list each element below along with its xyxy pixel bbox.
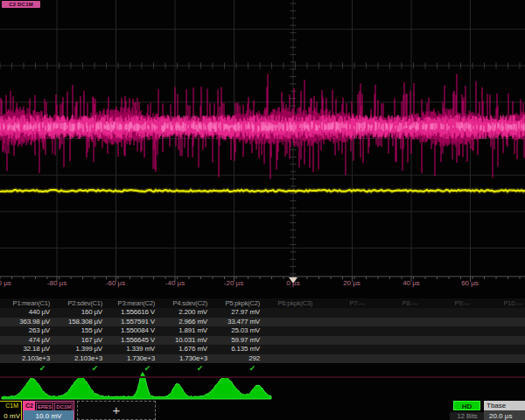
status-check-empty bbox=[315, 363, 368, 374]
time-axis-label: -100 µs bbox=[0, 279, 11, 287]
measurement-value: 25.03 mV bbox=[210, 326, 262, 336]
measurement-value: 59.97 mV bbox=[210, 336, 262, 346]
measurement-header-p1[interactable]: P1:mean(C1) bbox=[0, 298, 52, 308]
measurement-header-p9[interactable]: P9:--- bbox=[420, 298, 472, 308]
timebase-label: Tbase bbox=[484, 401, 525, 410]
measurement-value: 6.135 mV bbox=[210, 345, 262, 354]
measurement-value bbox=[315, 345, 368, 354]
measurement-value bbox=[315, 318, 368, 327]
measurement-value bbox=[368, 308, 420, 318]
measurement-value bbox=[472, 336, 525, 346]
measurement-value bbox=[262, 336, 315, 346]
measurement-value: 10.031 mV bbox=[158, 336, 210, 346]
status-check-icon: ✔ bbox=[0, 363, 52, 374]
time-axis-labels: -100 µs-80 µs-60 µs-40 µs-20 µs0 µs20 µs… bbox=[0, 279, 525, 290]
timebase-descriptor[interactable]: Tbase 20.0 µs bbox=[484, 401, 525, 420]
measurement-value bbox=[368, 354, 420, 364]
measurement-value: 440 µV bbox=[0, 308, 52, 318]
measurement-header-p7[interactable]: P7:--- bbox=[315, 298, 368, 308]
measurement-value bbox=[262, 354, 315, 364]
time-axis-label: 60 µs bbox=[461, 279, 479, 287]
status-check-empty bbox=[472, 363, 525, 374]
measurement-value: 167 µV bbox=[52, 336, 105, 346]
status-check-empty bbox=[368, 363, 420, 374]
measurement-row: 32.18 µV1.399 µV1.339 mV1.676 mV6.135 mV bbox=[0, 345, 525, 354]
measurement-value bbox=[315, 308, 368, 318]
measurement-value: 1.557591 V bbox=[105, 318, 158, 327]
plus-icon: + bbox=[113, 402, 121, 417]
measurement-value bbox=[315, 354, 368, 364]
add-trace-button[interactable]: + bbox=[77, 401, 156, 420]
time-axis-label: 0 µs bbox=[286, 279, 299, 287]
measurement-value bbox=[472, 308, 525, 318]
measurement-value bbox=[368, 318, 420, 327]
measurement-value bbox=[420, 345, 472, 354]
channel1-descriptor[interactable]: C1M 0 mV bbox=[0, 401, 22, 420]
trace-annotation-badge: C2 DC1M bbox=[2, 1, 40, 8]
measurement-value: 1.891 mV bbox=[158, 326, 210, 336]
measurement-value bbox=[262, 345, 315, 354]
measurement-status-row: ✔✔✔✔✔ bbox=[0, 363, 525, 374]
measurement-value: 1.550084 V bbox=[105, 326, 158, 336]
channel1-scale-value: 0 mV bbox=[4, 412, 20, 420]
measurement-value: 27.97 mV bbox=[210, 308, 262, 318]
time-axis-label: 40 µs bbox=[402, 279, 420, 287]
measurement-value: 474 µV bbox=[0, 336, 52, 346]
hd-resolution-label: 12 Bits bbox=[450, 412, 485, 420]
measurement-value: 155 µV bbox=[52, 326, 105, 336]
measurement-table: P1:mean(C1)P2:sdev(C1)P3:mean(C2)P4:sdev… bbox=[0, 298, 525, 374]
measurement-value bbox=[472, 326, 525, 336]
measurement-value: 2.200 mV bbox=[158, 308, 210, 318]
measurement-value: 1.730e+3 bbox=[158, 354, 210, 364]
measurement-value bbox=[262, 318, 315, 327]
measurement-value: 158.308 µV bbox=[52, 318, 105, 327]
time-axis-label: -20 µs bbox=[224, 279, 243, 287]
channel2-descriptor[interactable]: C2 ERES DC1M 10.0 mV bbox=[23, 401, 74, 420]
measurement-value bbox=[262, 326, 315, 336]
measurement-header-p3[interactable]: P3:mean(C2) bbox=[105, 298, 158, 308]
measurement-row: 2.103e+32.103e+31.730e+31.730e+3292 bbox=[0, 354, 525, 364]
measurement-value: 1.556616 V bbox=[105, 308, 158, 318]
time-axis-label: -80 µs bbox=[47, 279, 66, 287]
measurement-value: 160 µV bbox=[52, 308, 105, 318]
measurement-value: 1.339 mV bbox=[105, 345, 158, 354]
measurement-row: 440 µV160 µV1.556616 V2.200 mV27.97 mV bbox=[0, 308, 525, 318]
channel2-coupling-tag: DC1M bbox=[54, 402, 73, 411]
measurement-value bbox=[315, 336, 368, 346]
measurement-value bbox=[472, 318, 525, 327]
time-axis-label: 20 µs bbox=[343, 279, 360, 287]
measurement-row: 474 µV167 µV1.556645 V10.031 mV59.97 mV bbox=[0, 336, 525, 346]
measurement-value bbox=[368, 326, 420, 336]
measurement-value: 1.676 mV bbox=[158, 345, 210, 354]
measurement-value bbox=[420, 326, 472, 336]
measurement-value bbox=[420, 308, 472, 318]
oscilloscope-screen: C2 DC1M -100 µs-80 µs-60 µs-40 µs-20 µs0… bbox=[0, 0, 525, 420]
measurement-header-p2[interactable]: P2:sdev(C1) bbox=[52, 298, 105, 308]
measurement-value bbox=[315, 326, 368, 336]
measurement-value bbox=[420, 354, 472, 364]
measurement-value bbox=[420, 318, 472, 327]
measurement-header-p10[interactable]: P10:--- bbox=[472, 298, 525, 308]
measurement-value bbox=[368, 336, 420, 346]
status-check-icon: ✔ bbox=[52, 363, 105, 374]
hd-mode-badge[interactable]: HD bbox=[453, 401, 480, 410]
measurement-value: 263 µV bbox=[0, 326, 52, 336]
channel1-coupling-tag: C1M bbox=[5, 402, 18, 409]
time-axis-label: -40 µs bbox=[165, 279, 185, 287]
measurement-header-p6[interactable]: P6:pkpk(C3) bbox=[262, 298, 315, 308]
measurement-row: 363.98 µV158.308 µV1.557591 V2.966 mV33.… bbox=[0, 318, 525, 327]
measurement-value: 2.103e+3 bbox=[52, 354, 105, 364]
measurement-header-p5[interactable]: P5:pkpk(C2) bbox=[210, 298, 262, 308]
measurement-value bbox=[368, 345, 420, 354]
status-check-icon: ✔ bbox=[210, 363, 262, 374]
status-check-icon: ✔ bbox=[105, 363, 158, 374]
measurement-header-p4[interactable]: P4:sdev(C2) bbox=[158, 298, 210, 308]
measurement-header-p8[interactable]: P8:--- bbox=[368, 298, 420, 308]
measurement-value bbox=[262, 308, 315, 318]
status-check-empty bbox=[262, 363, 315, 374]
measurement-value bbox=[472, 354, 525, 364]
channel2-scale-value: 10.0 mV bbox=[24, 410, 74, 420]
measurement-value: 1.730e+3 bbox=[105, 354, 158, 364]
measurement-value: 363.98 µV bbox=[0, 318, 52, 327]
measurement-value bbox=[420, 336, 472, 346]
